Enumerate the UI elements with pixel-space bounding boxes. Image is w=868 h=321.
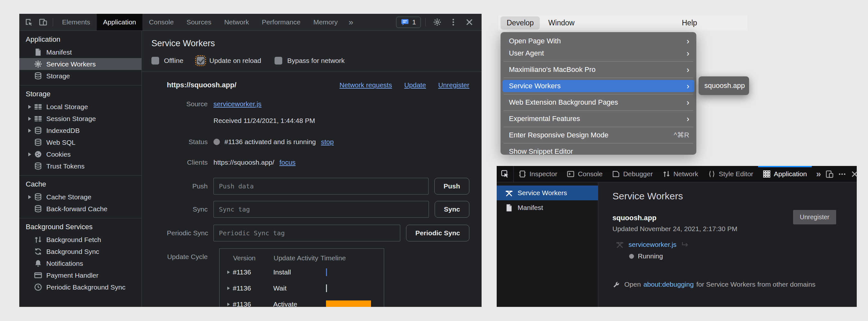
tab-performance[interactable]: Performance [255,14,307,31]
sidebar-item-manifest[interactable]: Manifest [497,200,598,215]
menu-item-web-extension-background-pages[interactable]: Web Extension Background Pages › [502,96,694,108]
menu-item-experimental-features[interactable]: Experimental Features › [502,113,694,125]
bypass-for-network-checkbox-group[interactable]: Bypass for network [275,57,345,65]
sidebar-item-cookies[interactable]: Cookies [19,148,142,160]
sidebar-item-storage[interactable]: Storage [19,70,142,82]
focus-link[interactable]: focus [279,158,296,166]
sidebar-item-back-forward-cache[interactable]: Back-forward Cache [19,203,142,215]
source-file-link[interactable]: serviceworker.js [214,100,261,108]
tab-console[interactable]: Console [143,14,180,31]
close-devtools-button[interactable] [462,14,476,31]
sidebar-item-indexeddb[interactable]: IndexedDB [19,124,142,136]
disclosure-triangle-icon[interactable] [28,105,31,109]
activity-cell: Install [273,269,320,276]
offline-checkbox-group[interactable]: Offline [151,57,183,65]
sidebar-item-periodic-background-sync[interactable]: Periodic Background Sync [19,281,142,293]
tab-network[interactable]: Network [658,166,703,182]
menu-item-label: User Agent [509,49,544,58]
tab-inspector[interactable]: Inspector [514,166,562,182]
bypass-for-network-checkbox[interactable] [275,57,282,65]
service-workers-submenu[interactable]: squoosh.app [699,76,749,95]
tab-debugger[interactable]: Debugger [607,166,657,182]
sidebar-item-session-storage[interactable]: Session Storage [19,113,142,124]
sync-input[interactable] [214,201,429,218]
more-tabs-button[interactable]: » [344,17,358,27]
worker-file-link[interactable]: serviceworker.js [628,241,676,248]
sidebar-item-trust-tokens[interactable]: Trust Tokens [19,160,142,172]
push-button[interactable]: Push [434,178,469,194]
device-toolbar-button[interactable] [36,14,50,31]
disclosure-triangle-icon[interactable] [227,303,230,306]
more-tabs-button[interactable]: » [812,169,826,179]
tab-network[interactable]: Network [218,14,255,31]
pick-element-button[interactable] [497,166,514,182]
periodic-sync-button[interactable]: Periodic Sync [406,225,469,241]
close-icon [465,18,473,26]
disclosure-triangle-icon[interactable] [227,287,230,290]
issues-counter[interactable]: 1 [396,17,421,28]
firefox-toolbar: Inspector Console Debugger Network Style… [497,166,857,182]
menubar-item-help[interactable]: Help [676,16,703,30]
tab-elements[interactable]: Elements [56,14,97,31]
offline-checkbox[interactable] [151,57,159,65]
push-input[interactable] [214,178,429,194]
sidebar-item-notifications[interactable]: Notifications [19,257,142,269]
about-debugging-link[interactable]: about:debugging [643,281,694,288]
service-workers-pane: Service Workers Offline Update on reload… [142,31,482,307]
sidebar-item-web-sql[interactable]: Web SQL [19,136,142,148]
update-link[interactable]: Update [404,81,426,89]
menubar-item-window[interactable]: Window [542,16,581,30]
tab-style-editor[interactable]: Style Editor [703,166,758,182]
sidebar-item-manifest[interactable]: Manifest [19,46,142,58]
sidebar-item-cache-storage[interactable]: Cache Storage [19,191,142,203]
disclosure-triangle-icon[interactable] [227,271,230,274]
network-requests-link[interactable]: Network requests [340,81,392,89]
disclosure-triangle-icon[interactable] [28,117,31,121]
sidebar-item-background-sync[interactable]: Background Sync [19,246,142,257]
submenu-item-squoosh[interactable]: squoosh.app [704,81,745,90]
table-row-wait[interactable]: #1136 Wait [220,280,384,296]
sidebar-item-label: Cache Storage [46,193,91,201]
sidebar-item-service-workers[interactable]: Service Workers [19,58,142,70]
menu-item-open-page-with[interactable]: Open Page With › [502,35,694,47]
menu-item-responsive-design-mode[interactable]: Enter Responsive Design Mode ^⌘R [502,129,694,141]
menu-item-user-agent[interactable]: User Agent › [502,47,694,59]
push-label: Push [167,182,208,190]
sidebar-item-service-workers[interactable]: Service Workers [497,185,598,200]
clients-label: Clients [167,158,208,166]
settings-button[interactable] [430,14,444,31]
version-cell: #1136 [233,300,273,307]
meatball-menu-icon[interactable] [838,170,846,178]
unregister-link[interactable]: Unregister [438,81,469,89]
menu-item-device[interactable]: Maximiliano's MacBook Pro › [502,64,694,76]
periodic-sync-label: Periodic Sync [167,229,208,237]
sidebar-item-payment-handler[interactable]: Payment Handler [19,269,142,281]
update-on-reload-checkbox-group[interactable]: Update on reload [197,57,261,65]
tab-application[interactable]: Application [758,166,812,182]
inspect-element-button[interactable] [22,14,36,31]
footer-text-suffix: for Service Workers from other domains [696,281,815,288]
periodic-sync-input[interactable] [214,225,400,241]
menu-item-show-snippet-editor[interactable]: Show Snippet Editor [502,145,694,155]
responsive-design-mode-icon[interactable] [826,170,834,178]
unregister-button[interactable]: Unregister [793,210,836,224]
update-on-reload-checkbox[interactable] [197,57,205,65]
menubar-item-develop[interactable]: Develop [500,16,540,30]
tab-application[interactable]: Application [97,14,143,31]
table-row-activate[interactable]: #1136 Activate [220,296,384,307]
disclosure-triangle-icon[interactable] [28,152,31,156]
devtools-menu-button[interactable] [446,14,460,31]
sidebar-item-local-storage[interactable]: Local Storage [19,101,142,113]
close-icon[interactable] [850,170,859,178]
disclosure-triangle-icon[interactable] [28,129,31,133]
sidebar-item-background-fetch[interactable]: Background Fetch [19,234,142,246]
tab-console[interactable]: Console [562,166,607,182]
sync-button[interactable]: Sync [435,201,469,218]
tab-sources[interactable]: Sources [180,14,218,31]
tab-memory[interactable]: Memory [307,14,344,31]
disclosure-triangle-icon[interactable] [28,195,31,199]
jump-to-source-icon[interactable] [681,241,689,249]
table-row-install[interactable]: #1136 Install [220,264,384,280]
stop-link[interactable]: stop [321,138,334,146]
menu-item-service-workers[interactable]: Service Workers › [502,80,694,92]
